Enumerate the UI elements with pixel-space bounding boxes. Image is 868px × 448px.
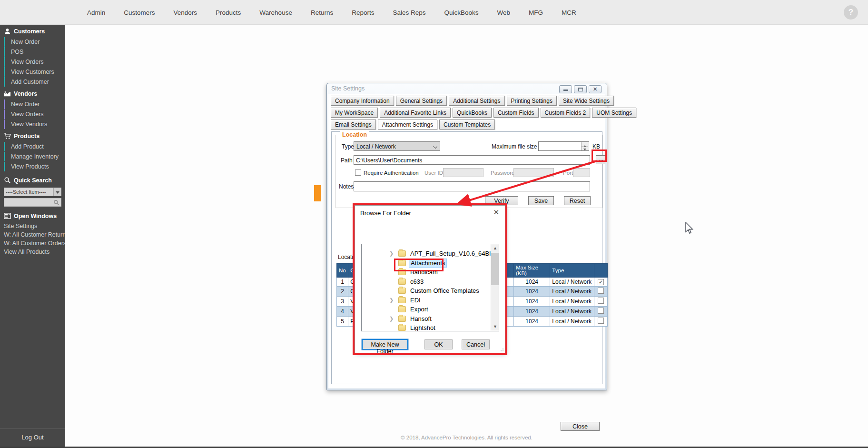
minimize-button[interactable] — [559, 85, 572, 93]
row-checkbox[interactable]: ✓ — [598, 279, 604, 285]
make-new-folder-button[interactable]: Make New Folder — [362, 339, 408, 349]
sidebar-item-manage-inventory[interactable]: Manage Inventory — [4, 152, 65, 161]
sidebar-item-view-products[interactable]: View Products — [4, 162, 65, 171]
path-input[interactable]: C:\Users\User\Documents — [354, 155, 590, 165]
folder-item[interactable]: ❯EDI — [362, 296, 499, 305]
open-window-customer-orders[interactable]: W: All Customer Orders — [0, 239, 65, 248]
cancel-button[interactable]: Cancel — [462, 339, 490, 349]
sidebar-item-add-product[interactable]: Add Product — [4, 142, 65, 151]
sidebar-item-add-customer[interactable]: Add Customer — [4, 77, 65, 87]
tab-additional-settings[interactable]: Additional Settings — [449, 96, 504, 106]
expander-icon[interactable]: ❯ — [389, 297, 394, 303]
open-window-customer-returns[interactable]: W: All Customer Returr — [0, 230, 65, 239]
spin-down-icon[interactable] — [582, 147, 588, 151]
port-input[interactable] — [573, 168, 590, 177]
tab-quickbooks[interactable]: QuickBooks — [453, 108, 492, 118]
tab-attachment-settings[interactable]: Attachment Settings — [378, 119, 437, 129]
folder-tree[interactable]: ❯APT_Full_Setup_V10.6_64Bit ❯Attachments… — [361, 244, 499, 331]
tab-printing-settings[interactable]: Printing Settings — [507, 96, 557, 106]
tab-general-settings[interactable]: General Settings — [396, 96, 447, 106]
row-checkbox[interactable] — [598, 298, 604, 304]
tab-custom-fields-2[interactable]: Custom Fields 2 — [541, 108, 591, 118]
folder-item[interactable]: ❯Export — [362, 305, 499, 314]
tab-additional-favorite-links[interactable]: Additional Favorite Links — [380, 108, 451, 118]
column-header-type[interactable]: Type — [550, 264, 594, 278]
sidebar-item-new-order-vendors[interactable]: New Order — [4, 100, 65, 109]
maximize-button[interactable] — [574, 85, 587, 93]
expander-icon[interactable]: ❯ — [389, 316, 394, 322]
nav-item-web[interactable]: Web — [497, 9, 511, 16]
require-auth-checkbox[interactable] — [355, 169, 361, 176]
spin-up-icon[interactable] — [582, 142, 588, 147]
nav-item-returns[interactable]: Returns — [311, 9, 333, 16]
nav-item-mfg[interactable]: MFG — [529, 9, 543, 16]
folder-item[interactable]: ❯Lightshot — [362, 323, 499, 331]
ok-button[interactable]: OK — [424, 339, 453, 349]
scroll-up-icon[interactable]: ▲ — [491, 244, 499, 252]
nav-item-admin[interactable]: Admin — [87, 9, 105, 16]
nav-item-products[interactable]: Products — [216, 9, 241, 16]
spinner-buttons[interactable] — [581, 142, 588, 151]
scrollbar[interactable]: ▲ ▼ — [491, 244, 499, 331]
user-id-input[interactable] — [443, 168, 483, 177]
browse-path-button[interactable]: ... — [596, 155, 606, 164]
row-checkbox[interactable] — [598, 288, 604, 294]
nav-item-mcr[interactable]: MCR — [562, 9, 576, 16]
row-checkbox[interactable] — [598, 308, 604, 314]
folder-item[interactable]: ❯APT_Full_Setup_V10.6_64Bit — [362, 249, 499, 259]
tab-custom-fields[interactable]: Custom Fields — [493, 108, 539, 118]
open-window-view-all-products[interactable]: View All Products — [0, 248, 65, 256]
nav-item-customers[interactable]: Customers — [124, 9, 155, 16]
close-dialog-button[interactable]: Close — [561, 422, 600, 431]
sidebar-item-view-customers[interactable]: View Customers — [4, 67, 65, 77]
nav-item-vendors[interactable]: Vendors — [174, 9, 197, 16]
resize-grip[interactable] — [499, 347, 503, 351]
sidebar-section-products[interactable]: Products — [0, 129, 65, 142]
max-file-size-input[interactable] — [538, 141, 589, 151]
folder-item[interactable]: ❯Hansoft — [362, 314, 499, 324]
tab-site-wide-settings[interactable]: Site Wide Settings — [559, 96, 614, 106]
type-dropdown[interactable]: Local / Network — [354, 141, 440, 151]
sidebar-item-view-orders-vendors[interactable]: View Orders — [4, 110, 65, 119]
expander-icon[interactable]: ❯ — [389, 250, 394, 257]
tab-email-settings[interactable]: Email Settings — [331, 119, 376, 129]
notes-input[interactable] — [354, 181, 590, 191]
logout-button[interactable]: Log Out — [0, 428, 65, 445]
quick-search-select-arrow[interactable] — [53, 188, 61, 196]
nav-item-quickbooks[interactable]: QuickBooks — [444, 9, 479, 16]
column-header-max-size[interactable]: Max Size (KB) — [513, 264, 550, 278]
tab-company-information[interactable]: Company Information — [331, 96, 394, 106]
scrollbar-thumb[interactable] — [491, 253, 499, 285]
tab-custom-templates[interactable]: Custom Templates — [439, 119, 495, 129]
sidebar-item-view-orders-customers[interactable]: View Orders — [4, 57, 65, 67]
open-window-site-settings[interactable]: Site Settings — [0, 222, 65, 230]
row-checkbox[interactable] — [598, 318, 604, 324]
nav-item-reports[interactable]: Reports — [352, 9, 374, 16]
reset-button[interactable]: Reset — [564, 196, 591, 205]
folder-item[interactable]: ❯c633 — [362, 277, 499, 287]
save-button[interactable]: Save — [528, 196, 554, 205]
close-window-button[interactable]: ✕ — [589, 85, 602, 93]
tab-my-workspace[interactable]: My WorkSpace — [331, 108, 378, 118]
tab-uom-settings[interactable]: UOM Settings — [592, 108, 636, 118]
sidebar-section-vendors[interactable]: Vendors — [0, 87, 65, 100]
column-header-no[interactable]: No — [337, 264, 348, 278]
folder-item[interactable]: ❯Bandicam — [362, 268, 499, 277]
sidebar-item-pos[interactable]: POS — [4, 47, 65, 57]
close-icon[interactable]: ✕ — [493, 208, 499, 217]
dialog-titlebar[interactable]: Site Settings ✕ — [327, 83, 607, 94]
sidebar-item-view-vendors[interactable]: View Vendors — [4, 119, 65, 129]
nav-item-warehouse[interactable]: Warehouse — [259, 9, 292, 16]
verify-button[interactable]: Verify — [485, 196, 518, 205]
folder-item[interactable]: ❯Attachments — [362, 259, 499, 268]
scroll-down-icon[interactable]: ▼ — [491, 323, 499, 331]
password-input[interactable] — [513, 168, 554, 177]
help-icon[interactable]: ? — [844, 5, 858, 20]
nav-item-sales-reps[interactable]: Sales Reps — [393, 9, 425, 16]
sidebar-section-customers[interactable]: Customers — [0, 25, 65, 37]
column-header-check[interactable] — [594, 264, 607, 278]
quick-search-select[interactable]: ----Select Item---- — [4, 188, 53, 196]
quick-search-input[interactable] — [4, 198, 61, 207]
sidebar-item-new-order-customers[interactable]: New Order — [4, 37, 65, 47]
folder-item[interactable]: ❯Custom Office Templates — [362, 286, 499, 296]
